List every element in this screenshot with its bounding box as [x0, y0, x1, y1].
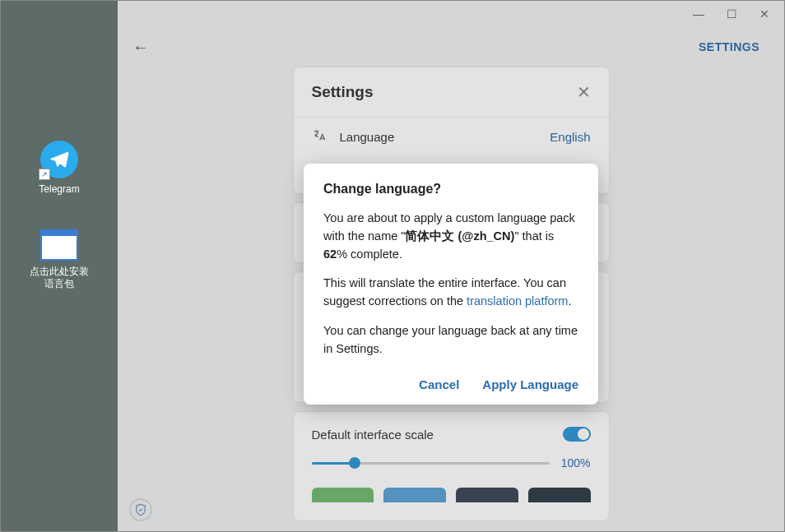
title-bar: — ☐ ✕ — [118, 1, 784, 27]
row-value: English — [550, 130, 590, 144]
translation-platform-link[interactable]: translation platform — [467, 294, 568, 308]
theme-thumb-dark2[interactable] — [528, 488, 591, 502]
shortcut-arrow-icon: ↗ — [39, 169, 50, 180]
modal-text: You can change your language back at any… — [323, 322, 578, 359]
theme-thumb-dark1[interactable] — [456, 488, 518, 502]
app-header: ← SETTINGS — [118, 27, 784, 67]
file-icon — [40, 229, 78, 261]
app-window: — ☐ ✕ ← SETTINGS Settings ✕ Language Eng… — [118, 1, 784, 531]
desktop-icon-langpack[interactable]: 点击此处安装 语言包 — [30, 229, 89, 291]
slider-thumb[interactable] — [349, 457, 360, 469]
translate-icon — [312, 128, 327, 146]
desktop-icon-telegram[interactable]: ↗ Telegram — [39, 141, 79, 197]
shield-badge-icon[interactable] — [129, 498, 152, 521]
settings-link[interactable]: SETTINGS — [699, 40, 759, 53]
card-header: Settings ✕ — [294, 67, 609, 118]
close-icon[interactable]: ✕ — [577, 82, 591, 102]
modal-title: Change language? — [323, 182, 578, 197]
scale-toggle[interactable] — [563, 427, 591, 442]
modal-body: You are about to apply a custom language… — [323, 210, 578, 358]
minimize-button[interactable]: — — [682, 2, 715, 25]
change-language-modal: Change language? You are about to apply … — [304, 164, 598, 405]
maximize-button[interactable]: ☐ — [715, 2, 748, 25]
modal-percent: 62 — [323, 247, 337, 261]
modal-text: % complete. — [337, 247, 402, 261]
close-window-button[interactable]: ✕ — [748, 2, 781, 25]
theme-thumb-green[interactable] — [312, 488, 374, 502]
apply-language-button[interactable]: Apply Language — [482, 377, 578, 391]
scale-value: 100% — [561, 456, 591, 470]
scale-label: Default interface scale — [312, 428, 434, 442]
desktop-panel: ↗ Telegram 点击此处安装 语言包 — [1, 1, 118, 531]
modal-langname: 简体中文 (@zh_CN) — [405, 229, 514, 243]
modal-text: " that is — [514, 229, 554, 243]
cancel-button[interactable]: Cancel — [419, 377, 459, 391]
settings-title: Settings — [312, 83, 374, 101]
row-label: Language — [340, 130, 537, 144]
desktop-icon-label: 点击此处安装 语言包 — [30, 266, 89, 291]
row-language[interactable]: Language English — [294, 118, 609, 156]
scale-slider[interactable] — [312, 462, 550, 465]
back-arrow-icon[interactable]: ← — [132, 38, 149, 57]
theme-thumbnails — [312, 488, 591, 502]
telegram-icon: ↗ — [40, 141, 78, 178]
modal-text: . — [568, 294, 571, 308]
theme-thumb-blue[interactable] — [383, 488, 446, 502]
scale-slider-row: 100% — [312, 456, 591, 470]
scale-card: Default interface scale 100% — [293, 411, 610, 521]
modal-actions: Cancel Apply Language — [323, 372, 578, 391]
scale-header: Default interface scale — [312, 427, 591, 442]
desktop-icon-label: Telegram — [39, 183, 79, 197]
